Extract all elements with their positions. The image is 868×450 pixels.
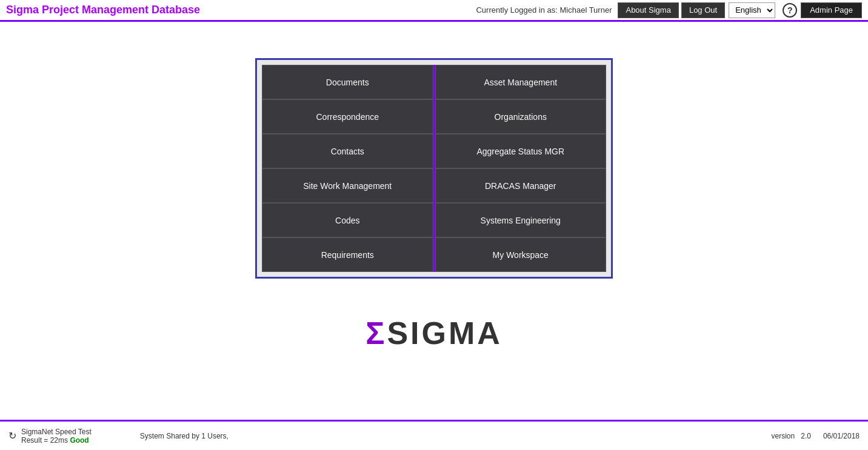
admin-page-button[interactable]: Admin Page	[801, 2, 862, 18]
version-number: 2.0	[801, 432, 811, 440]
shared-users-text: System Shared by 1 Users,	[140, 432, 229, 440]
menu-item-correspondence[interactable]: Correspondence	[262, 99, 433, 134]
menu-item-contacts[interactable]: Contacts	[262, 134, 433, 168]
app-header: Sigma Project Management Database Curren…	[0, 0, 868, 22]
menu-item-organizations[interactable]: Organizations	[435, 99, 607, 134]
version-label: version	[772, 432, 795, 440]
menu-item-dracas-manager[interactable]: DRACAS Manager	[435, 168, 607, 203]
about-sigma-button[interactable]: About Sigma	[618, 2, 678, 18]
main-content: Documents Asset Management Correspondenc…	[0, 22, 868, 420]
speed-good-label: Good	[70, 436, 88, 445]
speed-test-info: SigmaNet Speed Test Result = 22ms Good	[21, 428, 92, 445]
menu-item-codes[interactable]: Codes	[262, 203, 433, 237]
menu-item-systems-engineering[interactable]: Systems Engineering	[435, 203, 607, 237]
sigma-text: SIGMA	[387, 315, 502, 351]
version-info: version 2.0 06/01/2018	[772, 432, 860, 440]
menu-item-my-workspace[interactable]: My Workspace	[435, 237, 607, 272]
app-footer: ↻ SigmaNet Speed Test Result = 22ms Good…	[0, 420, 868, 450]
language-select[interactable]: English	[729, 2, 775, 18]
menu-container: Documents Asset Management Correspondenc…	[255, 58, 613, 279]
speed-test-label: SigmaNet Speed Test	[21, 428, 92, 436]
sigma-logo-area: Σ SIGMA	[366, 315, 502, 351]
menu-item-asset-management[interactable]: Asset Management	[435, 65, 607, 99]
menu-item-documents[interactable]: Documents	[262, 65, 433, 99]
logout-button[interactable]: Log Out	[681, 2, 725, 18]
logged-in-text: Currently Logged in as: Michael Turner	[476, 5, 612, 15]
menu-item-requirements[interactable]: Requirements	[262, 237, 433, 272]
speed-test-result: Result = 22ms Good	[21, 436, 92, 445]
help-button[interactable]: ?	[783, 3, 797, 18]
menu-item-site-work-management[interactable]: Site Work Management	[262, 168, 433, 203]
sigma-symbol: Σ	[366, 317, 384, 349]
menu-item-aggregate-status-mgr[interactable]: Aggregate Status MGR	[435, 134, 607, 168]
app-title: Sigma Project Management Database	[6, 4, 476, 16]
menu-grid: Documents Asset Management Correspondenc…	[262, 65, 606, 272]
refresh-icon[interactable]: ↻	[8, 430, 16, 442]
speed-test-section: ↻ SigmaNet Speed Test Result = 22ms Good	[8, 428, 92, 445]
sigma-logo: Σ SIGMA	[366, 315, 502, 351]
version-date: 06/01/2018	[823, 432, 860, 440]
